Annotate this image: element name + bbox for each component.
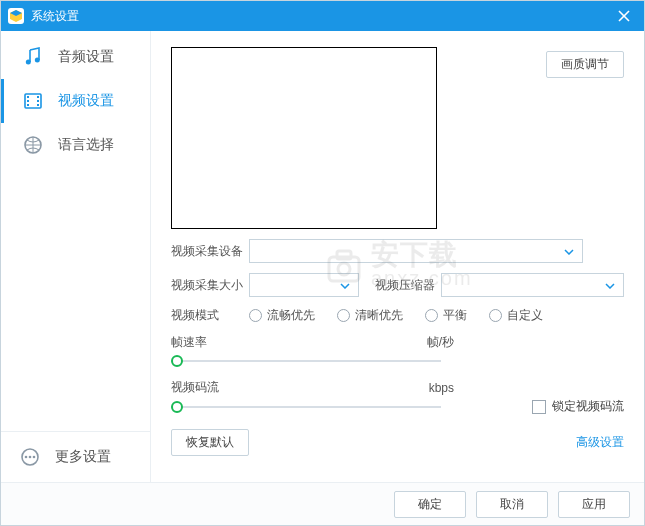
mode-option-label: 流畅优先 <box>267 307 315 324</box>
svg-rect-14 <box>37 104 39 106</box>
window-title: 系统设置 <box>31 8 610 25</box>
radio-icon <box>489 309 502 322</box>
sidebar-item-video[interactable]: 视频设置 <box>1 79 150 123</box>
sidebar: 音频设置 视频设置 <box>1 31 151 482</box>
titlebar: 系统设置 <box>1 1 644 31</box>
music-note-icon <box>22 46 44 68</box>
sidebar-item-label: 更多设置 <box>55 448 111 466</box>
svg-rect-12 <box>37 96 39 98</box>
svg-rect-11 <box>27 104 29 106</box>
mode-option-custom[interactable]: 自定义 <box>489 307 543 324</box>
radio-icon <box>249 309 262 322</box>
lock-bitrate-checkbox[interactable]: 锁定视频码流 <box>532 398 624 415</box>
checkbox-icon <box>532 400 546 414</box>
quality-button[interactable]: 画质调节 <box>546 51 624 78</box>
sidebar-item-more[interactable]: 更多设置 <box>1 431 150 482</box>
svg-point-6 <box>35 58 40 63</box>
body: 音频设置 视频设置 <box>1 31 644 482</box>
size-label: 视频采集大小 <box>171 277 249 294</box>
cancel-button[interactable]: 取消 <box>476 491 548 518</box>
svg-point-17 <box>25 456 28 459</box>
framerate-slider[interactable] <box>171 353 441 369</box>
film-icon <box>22 90 44 112</box>
device-select[interactable] <box>249 239 583 263</box>
sidebar-item-audio[interactable]: 音频设置 <box>1 35 150 79</box>
mode-option-label: 自定义 <box>507 307 543 324</box>
apply-button[interactable]: 应用 <box>558 491 630 518</box>
svg-rect-13 <box>37 100 39 102</box>
radio-icon <box>337 309 350 322</box>
ok-button[interactable]: 确定 <box>394 491 466 518</box>
radio-icon <box>425 309 438 322</box>
sidebar-item-label: 语言选择 <box>58 136 114 154</box>
mode-option-smooth[interactable]: 流畅优先 <box>249 307 315 324</box>
svg-rect-9 <box>27 96 29 98</box>
bitrate-label: 视频码流 <box>171 379 249 396</box>
svg-point-19 <box>33 456 36 459</box>
settings-window: 系统设置 音频设置 <box>0 0 645 526</box>
mode-option-balance[interactable]: 平衡 <box>425 307 467 324</box>
chevron-down-icon <box>340 278 350 292</box>
bitrate-slider[interactable] <box>171 399 441 415</box>
footer: 确定 取消 应用 <box>1 482 644 525</box>
compressor-label: 视频压缩器 <box>375 277 435 294</box>
size-select[interactable] <box>249 273 359 297</box>
globe-icon <box>22 134 44 156</box>
close-icon <box>618 10 630 22</box>
mode-option-label: 平衡 <box>443 307 467 324</box>
lock-bitrate-label: 锁定视频码流 <box>552 398 624 415</box>
bitrate-unit: kbps <box>429 381 454 395</box>
video-preview <box>171 47 437 229</box>
chevron-down-icon <box>564 244 574 258</box>
svg-point-18 <box>29 456 32 459</box>
chevron-down-icon <box>605 278 615 292</box>
compressor-select[interactable] <box>441 273 624 297</box>
app-logo-icon <box>7 7 25 25</box>
mode-option-label: 清晰优先 <box>355 307 403 324</box>
restore-defaults-button[interactable]: 恢复默认 <box>171 429 249 456</box>
mode-label: 视频模式 <box>171 307 249 324</box>
content-pane: 安下载 anxz.com 画质调节 视频采集设备 <box>151 31 644 482</box>
more-icon <box>19 446 41 468</box>
framerate-label: 帧速率 <box>171 334 249 351</box>
sidebar-item-language[interactable]: 语言选择 <box>1 123 150 167</box>
sidebar-item-label: 视频设置 <box>58 92 114 110</box>
mode-option-clear[interactable]: 清晰优先 <box>337 307 403 324</box>
slider-thumb-icon <box>171 401 183 413</box>
device-label: 视频采集设备 <box>171 243 249 260</box>
sidebar-item-label: 音频设置 <box>58 48 114 66</box>
slider-thumb-icon <box>171 355 183 367</box>
framerate-unit: 帧/秒 <box>427 334 454 351</box>
close-button[interactable] <box>610 2 638 30</box>
svg-rect-10 <box>27 100 29 102</box>
advanced-settings-link[interactable]: 高级设置 <box>576 434 624 451</box>
